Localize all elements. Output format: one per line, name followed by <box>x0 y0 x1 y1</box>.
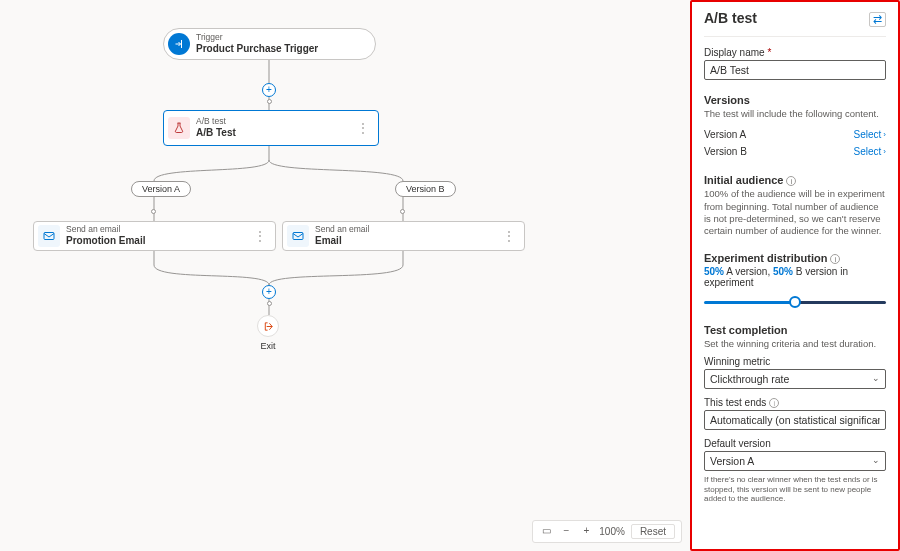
fit-icon[interactable]: ▭ <box>539 525 553 539</box>
journey-canvas[interactable]: Trigger Product Purchase Trigger + A/B t… <box>0 0 690 551</box>
default-version-label: Default version <box>704 438 886 449</box>
node-more-icon[interactable]: ⋮ <box>252 229 268 243</box>
connector-dot <box>267 99 272 104</box>
exit-icon <box>257 315 279 337</box>
email-title: Email <box>315 235 495 247</box>
add-step-button[interactable]: + <box>262 83 276 97</box>
flask-icon <box>168 117 190 139</box>
abtest-settings-panel: A/B test ⇄ Display name * Versions The t… <box>690 0 900 551</box>
add-step-button[interactable]: + <box>262 285 276 299</box>
zoom-toolbar: ▭ − + 100% Reset <box>532 520 682 543</box>
chevron-right-icon: › <box>883 130 886 139</box>
connector-lines <box>0 0 690 551</box>
zoom-in-button[interactable]: + <box>579 525 593 539</box>
version-a-label: Version A <box>704 129 746 140</box>
branch-b-pill[interactable]: Version B <box>395 181 456 197</box>
panel-action-icon[interactable]: ⇄ <box>869 12 886 27</box>
winning-metric-select[interactable] <box>704 369 886 389</box>
panel-title: A/B test <box>704 10 757 26</box>
connector-dot <box>267 301 272 306</box>
slider-thumb[interactable] <box>789 296 801 308</box>
display-name-input[interactable] <box>704 60 886 80</box>
abtest-kicker: A/B test <box>196 117 349 127</box>
svg-rect-9 <box>293 233 303 240</box>
email-node-a[interactable]: Send an email Promotion Email ⋮ <box>33 221 276 251</box>
trigger-kicker: Trigger <box>196 33 368 43</box>
email-node-b[interactable]: Send an email Email ⋮ <box>282 221 525 251</box>
node-more-icon[interactable]: ⋮ <box>501 229 517 243</box>
versions-desc: The test will include the following cont… <box>704 108 886 120</box>
completion-desc: Set the winning criteria and test durati… <box>704 338 886 350</box>
email-title: Promotion Email <box>66 235 246 247</box>
email-icon <box>287 225 309 247</box>
email-icon <box>38 225 60 247</box>
exit-label: Exit <box>260 341 275 351</box>
version-b-select-link[interactable]: Select› <box>854 146 886 157</box>
initial-audience-heading: Initial audiencei <box>704 174 886 186</box>
winning-metric-label: Winning metric <box>704 356 886 367</box>
abtest-title: A/B Test <box>196 127 349 139</box>
distribution-heading: Experiment distributioni <box>704 252 886 264</box>
test-ends-select[interactable] <box>704 410 886 430</box>
default-version-select[interactable] <box>704 451 886 471</box>
email-kicker: Send an email <box>66 225 246 235</box>
version-a-select-link[interactable]: Select› <box>854 129 886 140</box>
info-icon[interactable]: i <box>830 254 840 264</box>
connector-dot <box>400 209 405 214</box>
completion-heading: Test completion <box>704 324 886 336</box>
test-ends-label: This test endsi <box>704 397 886 408</box>
trigger-node[interactable]: Trigger Product Purchase Trigger <box>163 28 376 60</box>
versions-heading: Versions <box>704 94 886 106</box>
svg-rect-8 <box>44 233 54 240</box>
chevron-right-icon: › <box>883 147 886 156</box>
connector-dot <box>151 209 156 214</box>
branch-a-pill[interactable]: Version A <box>131 181 191 197</box>
default-version-footnote: If there's no clear winner when the test… <box>704 475 886 504</box>
exit-node[interactable]: Exit <box>257 315 279 351</box>
zoom-out-button[interactable]: − <box>559 525 573 539</box>
info-icon[interactable]: i <box>769 398 779 408</box>
email-kicker: Send an email <box>315 225 495 235</box>
distribution-text: 50% A version, 50% B version in experime… <box>704 266 886 288</box>
initial-audience-desc: 100% of the audience will be in experime… <box>704 188 886 237</box>
node-more-icon[interactable]: ⋮ <box>355 121 371 135</box>
distribution-slider[interactable] <box>704 294 886 310</box>
version-b-label: Version B <box>704 146 747 157</box>
info-icon[interactable]: i <box>786 176 796 186</box>
display-name-label: Display name * <box>704 47 886 58</box>
trigger-title: Product Purchase Trigger <box>196 43 368 55</box>
zoom-value: 100% <box>599 526 625 537</box>
abtest-node[interactable]: A/B test A/B Test ⋮ <box>163 110 379 146</box>
zoom-reset-button[interactable]: Reset <box>631 524 675 539</box>
trigger-icon <box>168 33 190 55</box>
